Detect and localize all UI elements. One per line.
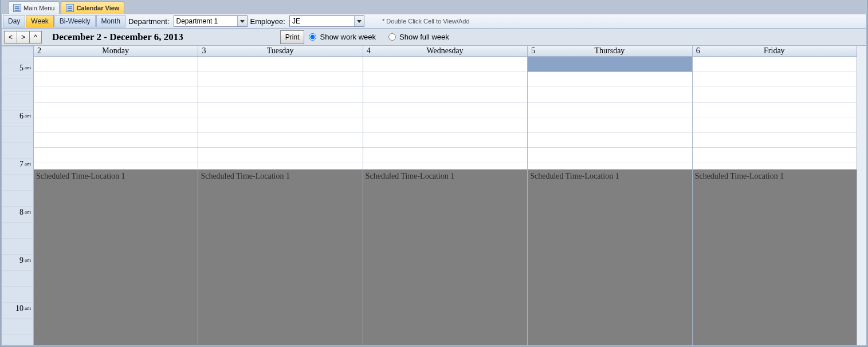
calendar-cell[interactable] — [363, 72, 527, 88]
calendar-cell[interactable] — [198, 133, 362, 148]
calendar-cell[interactable] — [198, 72, 362, 88]
view-biweekly-button[interactable]: Bi-Weekly — [54, 15, 96, 27]
day-columns: 2MondayScheduled Time-Location 13Tuesday… — [34, 46, 857, 345]
prev-button[interactable]: < — [4, 31, 17, 44]
calendar-cell[interactable] — [34, 133, 198, 148]
calendar-cell[interactable] — [363, 102, 527, 118]
radio-work-input[interactable] — [309, 33, 316, 41]
department-label: Department: — [126, 17, 173, 26]
day-header[interactable]: 2Monday — [34, 46, 198, 57]
day-header[interactable]: 3Tuesday — [198, 46, 362, 57]
calendar-cell[interactable] — [34, 148, 198, 163]
day-name: Monday — [45, 46, 198, 56]
day-column: 6FridayScheduled Time-Location 1 — [693, 46, 857, 345]
calendar-cell[interactable] — [34, 102, 198, 118]
time-label: 9am — [2, 255, 33, 271]
day-column: 2MondayScheduled Time-Location 1 — [34, 46, 198, 345]
day-column: 4WednesdayScheduled Time-Location 1 — [363, 46, 528, 345]
tab-main-menu[interactable]: Main Menu — [8, 1, 60, 14]
calendar-grid: 5am6am7am8am9am10am 2MondayScheduled Tim… — [1, 46, 867, 346]
next-button[interactable]: > — [17, 31, 29, 44]
calendar-cell[interactable] — [198, 87, 362, 102]
radio-full-input[interactable] — [388, 33, 396, 41]
view-month-button[interactable]: Month — [96, 15, 125, 27]
tab-calendar-view[interactable]: Calendar View — [61, 1, 124, 14]
calendar-cell[interactable] — [34, 72, 198, 88]
tab-bar: Main Menu Calendar View — [1, 0, 867, 14]
calendar-cell[interactable] — [198, 117, 362, 133]
calendar-cell[interactable] — [34, 117, 198, 133]
day-header[interactable]: 6Friday — [693, 46, 857, 57]
day-number: 6 — [693, 46, 704, 56]
calendar-cell[interactable] — [34, 57, 198, 72]
time-label: 7am — [2, 159, 33, 175]
calendar-cell[interactable] — [693, 148, 857, 163]
calendar-cell[interactable] — [363, 87, 527, 102]
day-name: Wednesday — [374, 46, 527, 56]
day-header[interactable]: 5Thursday — [528, 46, 692, 57]
radio-work-week[interactable]: Show work week — [309, 33, 376, 41]
day-number: 3 — [198, 46, 209, 56]
calendar-cell[interactable] — [363, 133, 527, 148]
calendar-cell[interactable] — [528, 87, 692, 102]
calendar-cell[interactable] — [693, 133, 857, 148]
calendar-cell[interactable] — [528, 148, 692, 163]
time-label: 5am — [2, 62, 33, 78]
calendar-cell[interactable] — [363, 148, 527, 163]
day-column: 3TuesdayScheduled Time-Location 1 — [198, 46, 363, 345]
day-number: 5 — [528, 46, 539, 56]
scheduled-event[interactable]: Scheduled Time-Location 1 — [693, 169, 857, 345]
calendar-cell[interactable] — [693, 72, 857, 88]
up-button[interactable]: ^ — [29, 31, 42, 44]
calendar-cell[interactable] — [363, 57, 527, 72]
time-label: 6am — [2, 111, 33, 127]
calendar-cell[interactable] — [693, 117, 857, 133]
radio-full-label: Show full week — [399, 33, 449, 41]
form-icon — [13, 4, 21, 12]
tab-label: Main Menu — [23, 5, 54, 11]
calendar-cell[interactable] — [693, 57, 857, 72]
day-number: 4 — [363, 46, 374, 56]
calendar-cell[interactable] — [528, 117, 692, 133]
calendar-cell[interactable] — [363, 117, 527, 133]
print-button[interactable]: Print — [280, 30, 305, 44]
chevron-down-icon[interactable] — [237, 16, 247, 26]
tab-label: Calendar View — [76, 5, 119, 11]
day-name: Thursday — [539, 46, 692, 56]
view-week-button[interactable]: Week — [26, 15, 53, 27]
scheduled-event[interactable]: Scheduled Time-Location 1 — [528, 169, 692, 345]
calendar-cell[interactable] — [198, 102, 362, 118]
employee-label: Employee: — [248, 17, 289, 26]
calendar-cell[interactable] — [198, 148, 362, 163]
radio-full-week[interactable]: Show full week — [388, 33, 449, 41]
department-combo[interactable] — [174, 15, 248, 27]
calendar-cell[interactable] — [693, 87, 857, 102]
vertical-scrollbar[interactable] — [857, 46, 866, 345]
employee-input[interactable] — [290, 17, 354, 26]
nav-button-group: < > ^ — [4, 31, 42, 44]
day-name: Tuesday — [209, 46, 362, 56]
scheduled-event[interactable]: Scheduled Time-Location 1 — [198, 169, 362, 345]
scheduled-event[interactable]: Scheduled Time-Location 1 — [34, 169, 198, 345]
form-icon — [66, 4, 74, 12]
radio-work-label: Show work week — [320, 33, 376, 41]
calendar-cell[interactable] — [34, 87, 198, 102]
scheduled-event[interactable]: Scheduled Time-Location 1 — [363, 169, 527, 345]
view-toolbar: Day Week Bi-Weekly Month Department: Emp… — [1, 14, 867, 29]
day-number: 2 — [34, 46, 45, 56]
calendar-cell[interactable] — [198, 57, 362, 72]
department-input[interactable] — [174, 17, 237, 26]
hint-text: * Double Click Cell to View/Add — [382, 18, 470, 25]
day-column: 5ThursdayScheduled Time-Location 1 — [528, 46, 692, 345]
calendar-cell[interactable] — [528, 102, 692, 118]
employee-combo[interactable] — [289, 15, 364, 27]
calendar-cell[interactable] — [693, 102, 857, 118]
date-range-label: December 2 - December 6, 2013 — [52, 31, 183, 43]
calendar-cell[interactable] — [528, 57, 692, 72]
calendar-cell[interactable] — [528, 72, 692, 88]
day-header[interactable]: 4Wednesday — [363, 46, 527, 57]
day-name: Friday — [704, 46, 857, 56]
view-day-button[interactable]: Day — [3, 15, 25, 27]
calendar-cell[interactable] — [528, 133, 692, 148]
chevron-down-icon[interactable] — [354, 16, 364, 26]
